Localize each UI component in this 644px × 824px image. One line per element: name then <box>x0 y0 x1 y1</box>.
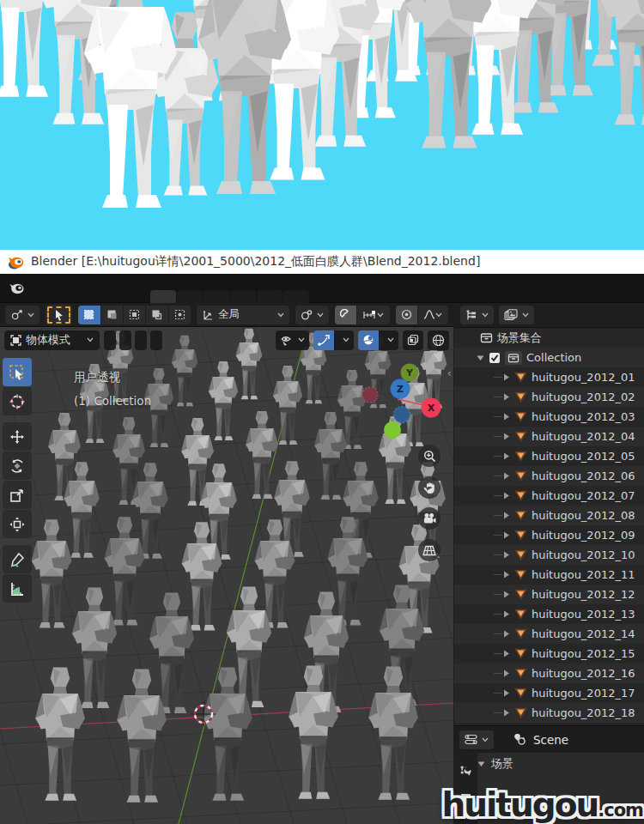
object-expand-arrow[interactable] <box>503 551 510 559</box>
scene-collection-row[interactable]: 场景集合 <box>454 328 644 348</box>
blender-app-icon[interactable] <box>9 282 25 295</box>
active-tool-indicator[interactable] <box>46 305 72 325</box>
outliner-object-row[interactable]: huitugou_2012_02 <box>454 387 644 407</box>
outliner-filter-dropdown[interactable] <box>499 306 534 324</box>
scene-panel-header[interactable]: 场景 <box>477 756 513 772</box>
zoom-button[interactable] <box>418 445 440 467</box>
pan-button[interactable] <box>418 476 440 499</box>
outliner-object-row[interactable]: huitugou_2012_16 <box>454 663 644 683</box>
properties-editor-type-selector[interactable] <box>459 730 494 749</box>
collection-row[interactable]: Collection <box>454 348 644 367</box>
workspace-tab[interactable] <box>230 290 256 303</box>
tool-annotate-button[interactable] <box>3 545 32 573</box>
outliner-object-row[interactable]: huitugou_2012_10 <box>454 545 644 565</box>
mesh-object-icon <box>514 589 527 600</box>
object-expand-arrow[interactable] <box>503 413 510 421</box>
gizmos-toggle[interactable] <box>313 330 334 350</box>
mesh-object-icon <box>514 451 527 462</box>
object-expand-arrow[interactable] <box>503 512 510 519</box>
select-mode-extend-button[interactable] <box>124 306 145 324</box>
scene-breadcrumb-label: Scene <box>533 733 568 747</box>
gizmo-neg-y-ball[interactable] <box>384 421 401 439</box>
camera-view-button[interactable] <box>418 507 440 530</box>
outliner-object-row[interactable]: huitugou_2012_13 <box>454 604 644 624</box>
select-mode-tweak-button[interactable] <box>78 306 100 324</box>
viewport-shading-wireframe[interactable] <box>428 330 449 350</box>
select-mode-box-button[interactable] <box>101 306 123 324</box>
viewport-menu-item[interactable] <box>119 330 131 350</box>
tool-transform-button[interactable] <box>3 510 32 538</box>
object-expand-arrow[interactable] <box>503 472 510 480</box>
object-expand-arrow[interactable] <box>503 610 510 618</box>
outliner-object-row[interactable]: huitugou_2012_01 <box>454 367 644 387</box>
object-expand-arrow[interactable] <box>503 591 510 598</box>
outliner-object-row[interactable]: huitugou_2012_15 <box>454 644 644 663</box>
tree-stub <box>494 476 502 476</box>
select-mode-intersect-button[interactable] <box>169 306 191 324</box>
tool-tab-icon[interactable] <box>459 765 472 778</box>
workspace-tab[interactable] <box>177 290 203 303</box>
collection-checkbox[interactable] <box>489 352 501 364</box>
outliner-object-row[interactable]: huitugou_2012_11 <box>454 565 644 585</box>
outliner-object-row[interactable]: huitugou_2012_03 <box>454 407 644 427</box>
gizmo-neg-x-ball[interactable] <box>362 387 378 403</box>
workspace-tab[interactable] <box>204 290 229 303</box>
workspace-tab[interactable] <box>257 290 283 303</box>
viewport-menu-item[interactable] <box>104 330 116 350</box>
proportional-edit-toggle[interactable] <box>396 306 417 324</box>
outliner-object-row[interactable]: huitugou_2012_05 <box>454 446 644 466</box>
tool-rotate-button[interactable] <box>3 451 32 480</box>
tool-scale-button[interactable] <box>3 481 32 509</box>
collection-expand-arrow[interactable] <box>477 354 484 361</box>
pivot-point-dropdown[interactable] <box>295 306 329 324</box>
object-expand-arrow[interactable] <box>503 492 510 500</box>
object-expand-arrow[interactable] <box>503 571 510 579</box>
outliner-object-row[interactable]: huitugou_2012_06 <box>454 466 644 486</box>
snap-target-dropdown[interactable] <box>357 306 389 324</box>
object-expand-arrow[interactable] <box>503 373 510 381</box>
object-expand-arrow[interactable] <box>503 433 510 440</box>
3d-viewport[interactable]: Y Z X 物体模式 <box>0 327 453 824</box>
outliner-object-row[interactable]: huitugou_2012_07 <box>454 486 644 506</box>
viewport-menu-item[interactable] <box>135 330 147 350</box>
object-expand-arrow[interactable] <box>503 452 510 460</box>
workspace-tab[interactable] <box>150 290 176 303</box>
mode-selector[interactable]: 物体模式 <box>4 330 100 350</box>
gizmo-neg-z-ball[interactable] <box>394 407 410 423</box>
viewport-menu-item[interactable] <box>150 330 162 350</box>
object-expand-arrow[interactable] <box>503 689 510 697</box>
xray-toggle[interactable] <box>403 330 423 350</box>
transform-orientation-dropdown[interactable]: 全局 <box>197 306 289 324</box>
snap-toggle-button[interactable] <box>335 306 356 324</box>
gizmos-dropdown[interactable] <box>338 337 354 342</box>
perspective-toggle-button[interactable] <box>418 539 440 561</box>
overlays-toggle[interactable] <box>358 330 379 350</box>
object-expand-arrow[interactable] <box>503 630 510 638</box>
object-expand-arrow[interactable] <box>503 393 510 401</box>
tool-measure-button[interactable] <box>3 574 32 603</box>
outliner-object-row[interactable]: huitugou_2012_08 <box>454 506 644 525</box>
tool-move-button[interactable] <box>3 422 32 451</box>
object-expand-arrow[interactable] <box>503 709 510 717</box>
window-title-bar[interactable]: Blender [E:\huitugou详情\2001_5000\2012_低面… <box>0 250 644 274</box>
editor-type-selector[interactable] <box>5 306 39 324</box>
workspace-tab[interactable] <box>283 290 309 303</box>
outliner-editor-type-selector[interactable] <box>460 306 494 324</box>
object-visibility-dropdown[interactable] <box>276 330 309 350</box>
select-mode-subtract-button[interactable] <box>146 306 167 324</box>
outliner-object-row[interactable]: huitugou_2012_09 <box>454 525 644 545</box>
outliner-object-row[interactable]: huitugou_2012_04 <box>454 427 644 446</box>
tool-select-box-button[interactable] <box>3 358 32 386</box>
outliner-object-row[interactable]: huitugou_2012_12 <box>454 585 644 604</box>
object-name-label: huitugou_2012_18 <box>532 706 635 719</box>
proportional-falloff-dropdown[interactable] <box>418 306 448 324</box>
region-collapse-arrow[interactable]: ‹ <box>447 367 452 379</box>
outliner-object-row[interactable]: huitugou_2012_18 <box>454 703 644 723</box>
outliner-object-row[interactable]: huitugou_2012_17 <box>454 683 644 703</box>
object-expand-arrow[interactable] <box>503 650 510 657</box>
tool-cursor-button[interactable] <box>3 387 32 415</box>
object-expand-arrow[interactable] <box>503 531 510 539</box>
outliner-object-row[interactable]: huitugou_2012_14 <box>454 624 644 644</box>
object-expand-arrow[interactable] <box>503 670 510 677</box>
overlays-dropdown[interactable] <box>383 337 398 342</box>
